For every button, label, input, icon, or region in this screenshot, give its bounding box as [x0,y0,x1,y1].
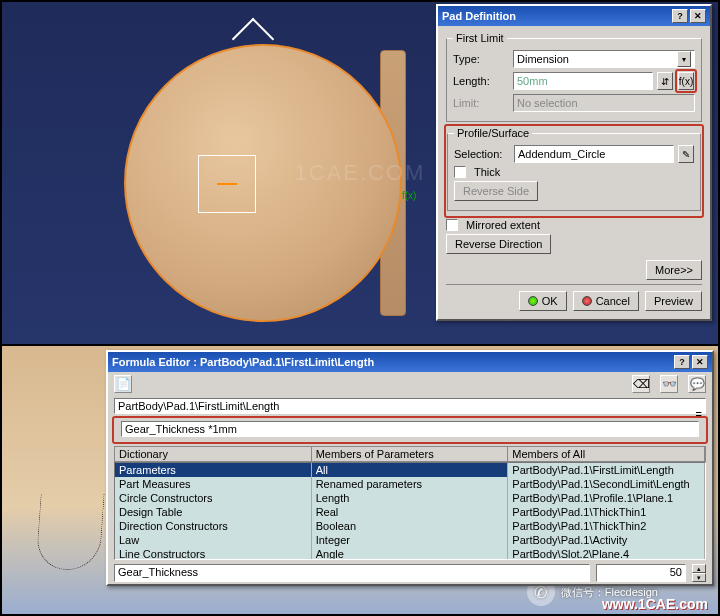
list-item[interactable]: Integer [312,533,508,547]
dialog-title: Formula Editor : PartBody\Pad.1\FirstLim… [112,356,672,368]
close-button[interactable]: ✕ [690,9,706,23]
chevron-down-icon[interactable]: ▾ [692,573,706,582]
col-members-all: Members of All [508,447,705,461]
list-item[interactable]: PartBody\Slot.2\Plane.4 [508,547,704,560]
group-label: Profile/Surface [454,127,532,139]
tooth-profile-sketch [35,494,104,570]
glasses-icon[interactable]: 👓 [660,375,678,393]
ok-label: OK [542,295,558,307]
limit-label: Limit: [453,97,509,109]
list-item[interactable]: Length [312,491,508,505]
type-value: Dimension [517,53,677,65]
formula-input[interactable]: Gear_Thickness *1mm [121,421,699,437]
selection-field[interactable]: Addendum_Circle [514,145,674,163]
thick-checkbox[interactable] [454,166,466,178]
list-item[interactable]: Part Measures [115,477,311,491]
path-value: PartBody\Pad.1\FirstLimit\Length [118,400,279,412]
wechat-label: 微信号： [561,586,605,598]
parameter-path-field[interactable]: PartBody\Pad.1\FirstLimit\Length [114,398,706,414]
list-item[interactable]: PartBody\Pad.1\ThickThin2 [508,519,704,533]
ok-button[interactable]: OK [519,291,567,311]
formula-toolbar: 📄 ⌫ 👓 💬 [108,372,712,396]
chevron-down-icon[interactable]: ▾ [677,51,691,67]
formula-button[interactable]: f(x) [678,72,694,90]
dictionary-list[interactable]: Parameters Part Measures Circle Construc… [115,463,312,559]
length-label: Length: [453,75,509,87]
formula-highlight: Gear_Thickness *1mm [112,416,708,444]
cancel-button[interactable]: Cancel [573,291,639,311]
type-label: Type: [453,53,509,65]
profile-highlight: Profile/Surface Selection: Addendum_Circ… [444,124,704,218]
url-watermark: www.1CAE.com [602,596,708,612]
help-button[interactable]: ? [674,355,690,369]
list-item[interactable]: Direction Constructors [115,519,311,533]
param-name-field[interactable]: Gear_Thickness [114,564,590,582]
type-dropdown[interactable]: Dimension ▾ [513,50,695,68]
group-label: First Limit [453,32,507,44]
selection-value: Addendum_Circle [518,148,605,160]
column-headers: Dictionary Members of Parameters Members… [114,446,706,462]
members-all-list[interactable]: PartBody\Pad.1\FirstLimit\Length PartBod… [508,463,705,559]
preview-button[interactable]: Preview [645,291,702,311]
sketch-plane-center [198,155,256,213]
profile-surface-group: Profile/Surface Selection: Addendum_Circ… [447,133,701,211]
selection-label: Selection: [454,148,510,160]
reverse-direction-button[interactable]: Reverse Direction [446,234,551,254]
list-item[interactable]: PartBody\Pad.1\SecondLimit\Length [508,477,704,491]
value-spinner[interactable]: ▴ ▾ [692,564,706,582]
cancel-label: Cancel [596,295,630,307]
dialog-title: Pad Definition [442,10,670,22]
members-params-list[interactable]: All Renamed parameters Length Real Boole… [312,463,509,559]
formula-editor-dialog[interactable]: Formula Editor : PartBody\Pad.1\FirstLim… [106,350,714,586]
gear-preview[interactable] [124,44,402,322]
folder-icon[interactable]: 📄 [114,375,132,393]
tip-icon[interactable]: 💬 [688,375,706,393]
limit-field: No selection [513,94,695,112]
list-item[interactable]: PartBody\Pad.1\FirstLimit\Length [508,463,704,477]
fx-glyph: f(x) [402,190,416,201]
list-item[interactable]: PartBody\Pad.1\ThickThin1 [508,505,704,519]
mirrored-extent-label: Mirrored extent [466,219,540,231]
list-item[interactable]: Line Constructors [115,547,311,560]
titlebar[interactable]: Pad Definition ? ✕ [438,6,710,26]
list-item[interactable]: PartBody\Pad.1\Activity [508,533,704,547]
close-button[interactable]: ✕ [692,355,708,369]
list-item[interactable]: Boolean [312,519,508,533]
list-item[interactable]: Real [312,505,508,519]
list-item[interactable]: PartBody\Pad.1\Profile.1\Plane.1 [508,491,704,505]
col-members-params: Members of Parameters [312,447,509,461]
thick-label: Thick [474,166,500,178]
chevron-up-icon[interactable]: ▴ [692,564,706,573]
sketch-icon[interactable]: ✎ [678,145,694,163]
titlebar[interactable]: Formula Editor : PartBody\Pad.1\FirstLim… [108,352,712,372]
limit-value: No selection [517,97,578,109]
col-dictionary: Dictionary [115,447,312,461]
formula-button-highlight: f(x) [675,69,697,93]
ok-icon [528,296,538,306]
list-item[interactable]: Law [115,533,311,547]
list-item[interactable]: Design Table [115,505,311,519]
pad-definition-dialog[interactable]: Pad Definition ? ✕ First Limit Type: Dim… [436,4,712,321]
param-value-field[interactable]: 50 [596,564,686,582]
cancel-icon [582,296,592,306]
length-field[interactable]: 50mm [513,72,653,90]
eraser-icon[interactable]: ⌫ [632,375,650,393]
list-item[interactable]: Angle [312,547,508,560]
list-item[interactable]: Parameters [115,463,311,477]
reverse-side-button: Reverse Side [454,181,538,201]
mirrored-extent-checkbox[interactable] [446,219,458,231]
param-name: Gear_Thickness [118,566,198,578]
length-spinner[interactable]: ⇵ [657,72,673,90]
first-limit-group: First Limit Type: Dimension ▾ Length: 50… [446,38,702,122]
length-value: 50mm [517,75,548,87]
list-item[interactable]: All [312,463,508,477]
more-button[interactable]: More>> [646,260,702,280]
help-button[interactable]: ? [672,9,688,23]
list-item[interactable]: Circle Constructors [115,491,311,505]
members-listbox[interactable]: Parameters Part Measures Circle Construc… [114,462,706,560]
param-value: 50 [670,566,682,578]
formula-value: Gear_Thickness *1mm [125,423,237,435]
parameter-edit-row: Gear_Thickness 50 ▴ ▾ [114,564,706,582]
equals-sign: = [696,408,702,420]
list-item[interactable]: Renamed parameters [312,477,508,491]
